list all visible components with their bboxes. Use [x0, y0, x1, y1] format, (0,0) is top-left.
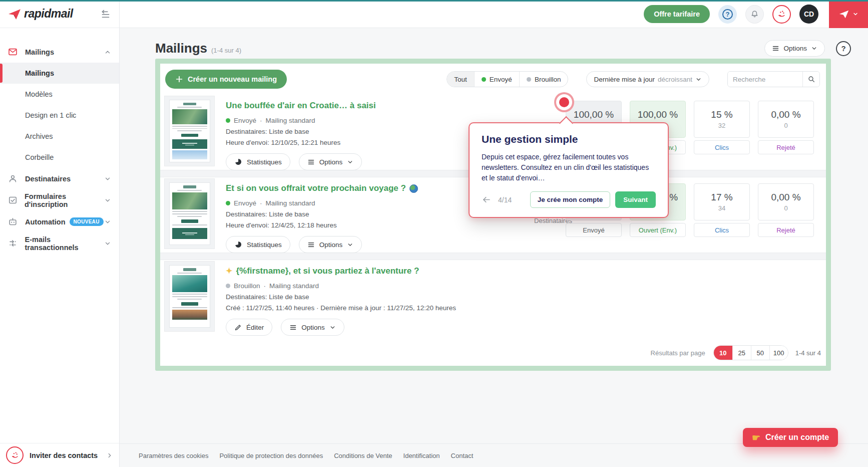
- sidebar: rapidmail Mailings Mailings Modèles Desi…: [0, 0, 120, 467]
- create-mailing-label: Créer un nouveau mailing: [188, 75, 277, 83]
- chevron-down-icon: [329, 324, 336, 331]
- next-step-button[interactable]: Suivant: [615, 191, 656, 208]
- floating-create-account-button[interactable]: Créer un compte: [743, 428, 838, 447]
- create-account-button[interactable]: Je crée mon compte: [530, 191, 611, 208]
- filter-brouillon[interactable]: Brouillon: [519, 72, 568, 87]
- sort-label: Dernière mise à jour: [594, 76, 655, 83]
- pie-chart-icon: [234, 241, 242, 249]
- statistics-label: Statistiques: [247, 241, 282, 249]
- footer-link-identification[interactable]: Identification: [403, 452, 440, 459]
- sidebar-subitem-mailings[interactable]: Mailings: [0, 63, 119, 84]
- tour-tooltip: Une gestion simple Depuis cet espace, gé…: [469, 122, 669, 218]
- page-options-button[interactable]: Options: [764, 40, 825, 57]
- sparkles-emoji-icon: [226, 266, 232, 276]
- mailing-type: Mailing standard: [266, 199, 315, 207]
- email-preview: [169, 100, 210, 162]
- footer-link-contact[interactable]: Contact: [451, 452, 474, 459]
- sidebar-item-formulaires[interactable]: Formulaires d'inscription: [0, 189, 119, 211]
- footer-link-privacy[interactable]: Politique de protection des données: [219, 452, 323, 459]
- status-text: Envoyé: [234, 199, 256, 207]
- chevron-up-icon: [104, 49, 111, 56]
- page-size-25[interactable]: 25: [732, 346, 751, 360]
- row-options-label: Options: [301, 324, 325, 331]
- transactional-arrows-icon: [8, 239, 18, 248]
- page-options-label: Options: [783, 45, 807, 52]
- stat-bounced: 0,00 %0 Rejeté: [758, 183, 814, 237]
- edit-button[interactable]: Éditer: [226, 319, 272, 336]
- page-help-button[interactable]: ?: [836, 41, 851, 56]
- status-text: Envoyé: [234, 117, 256, 124]
- gray-status-dot: [527, 77, 531, 82]
- statistics-button[interactable]: Statistiques: [226, 236, 290, 253]
- send-time-line: Heure d'envoi: 12/4/25, 12:18 heures: [226, 221, 418, 229]
- sort-direction: décroissant: [658, 76, 692, 83]
- chevron-down-icon: [852, 11, 858, 17]
- sidebar-item-automation[interactable]: Automation NOUVEAU: [0, 211, 119, 232]
- mailing-title[interactable]: Et si on vous offrait votre prochain voy…: [226, 183, 418, 193]
- tour-body: Depuis cet espace, gérez facilement tout…: [482, 152, 656, 183]
- row-options-button[interactable]: Options: [299, 236, 362, 253]
- chevron-down-icon: [347, 159, 353, 165]
- offer-button[interactable]: Offre tarifaire: [644, 5, 710, 23]
- mailing-type: Mailing standard: [266, 117, 315, 124]
- separator: ·: [260, 117, 262, 124]
- page-size-50[interactable]: 50: [751, 346, 769, 360]
- page-size-10[interactable]: 10: [714, 346, 732, 360]
- separator: ·: [260, 199, 262, 207]
- quick-send-menu-button[interactable]: [829, 0, 868, 28]
- user-avatar[interactable]: CD: [799, 5, 818, 24]
- row-options-button[interactable]: Options: [299, 153, 362, 170]
- logo-wordmark: rapidmail: [24, 7, 73, 21]
- sidebar-subitem-design-1-clic[interactable]: Design en 1 clic: [0, 105, 119, 126]
- window-top-accent: [0, 0, 868, 2]
- mailing-title[interactable]: {%firstname}, et si vous partiez à l'ave…: [226, 266, 456, 276]
- recipients-line: Destinataires: Liste de base: [226, 293, 456, 301]
- main-content: Mailings (1-4 sur 4) Options ?: [120, 28, 868, 443]
- footer-link-terms[interactable]: Conditions de Vente: [334, 452, 392, 459]
- row-divider: [160, 253, 826, 260]
- send-time-line: Heure d'envoi: 12/10/25, 12:21 heures: [226, 139, 376, 146]
- search-input[interactable]: [728, 72, 802, 87]
- mailing-thumbnail[interactable]: [164, 261, 215, 332]
- status-dot-sent: [226, 118, 230, 123]
- mailing-title-text: Et si on vous offrait votre prochain voy…: [226, 183, 406, 193]
- hamburger-icon: [307, 241, 315, 249]
- mailing-title[interactable]: Une bouffée d'air en Croatie… à saisi: [226, 101, 376, 111]
- search-button[interactable]: [802, 72, 819, 87]
- sidebar-subitem-corbeille[interactable]: Corbeille: [0, 147, 119, 168]
- sidebar-collapse-icon[interactable]: [100, 9, 111, 20]
- sidebar-subitem-archives[interactable]: Archives: [0, 126, 119, 147]
- sidebar-subitem-modeles[interactable]: Modèles: [0, 84, 119, 105]
- floating-cta-label: Créer un compte: [765, 433, 829, 442]
- status-text: Brouillon: [234, 282, 260, 290]
- sidebar-item-mailings[interactable]: Mailings: [0, 41, 119, 63]
- footer-link-cookies[interactable]: Paramètres des cookies: [139, 452, 208, 459]
- tour-beacon[interactable]: [559, 97, 569, 107]
- filter-envoye[interactable]: Envoyé: [474, 72, 519, 87]
- results-range: 1-4 sur 4: [795, 349, 821, 357]
- sidebar-item-transactionnels[interactable]: E-mails transactionnels: [0, 232, 119, 254]
- form-icon: [8, 195, 18, 205]
- mailing-thumbnail[interactable]: [164, 96, 215, 166]
- sidebar-nav: Mailings Mailings Modèles Design en 1 cl…: [0, 28, 119, 254]
- page-size-100[interactable]: 100: [769, 346, 788, 360]
- notifications-button[interactable]: [745, 5, 764, 24]
- status-filter: Tout Envoyé Brouillon: [447, 71, 568, 87]
- statistics-button[interactable]: Statistiques: [226, 153, 290, 170]
- referral-button[interactable]: [772, 5, 791, 24]
- invite-contacts-button[interactable]: Inviter des contacts: [0, 443, 119, 467]
- mailing-thumbnail[interactable]: [164, 178, 215, 249]
- filter-tout[interactable]: Tout: [447, 72, 474, 87]
- page-size-selector: 10 25 50 100: [713, 345, 788, 360]
- sort-dropdown[interactable]: Dernière mise à jour décroissant: [586, 71, 709, 87]
- help-button[interactable]: ?: [718, 5, 737, 24]
- create-mailing-button[interactable]: Créer un nouveau mailing: [165, 70, 287, 89]
- sidebar-item-destinataires[interactable]: Destinataires: [0, 168, 119, 189]
- row-options-button[interactable]: Options: [281, 319, 344, 336]
- chevron-down-icon: [104, 240, 111, 247]
- invite-contacts-label: Inviter des contacts: [30, 451, 98, 459]
- logo-row: rapidmail: [0, 0, 119, 28]
- tour-back-arrow-icon[interactable]: [482, 195, 491, 204]
- mailing-title-text: {%firstname}, et si vous partiez à l'ave…: [236, 266, 419, 276]
- statistics-label: Statistiques: [247, 158, 282, 166]
